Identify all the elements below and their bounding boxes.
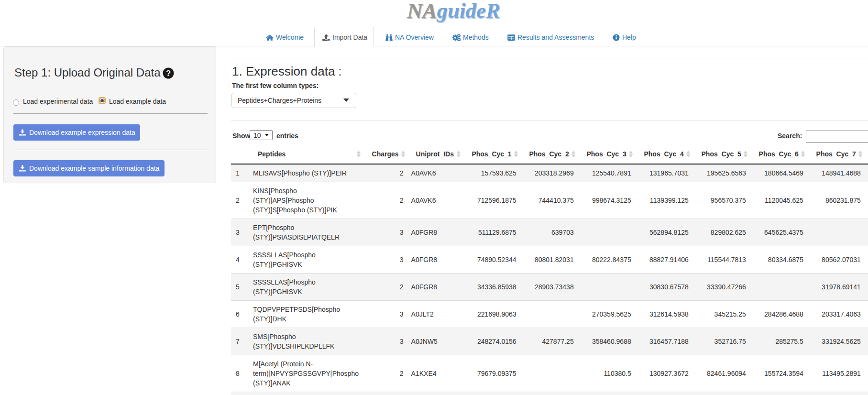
svg-text:?: ? bbox=[166, 69, 171, 77]
